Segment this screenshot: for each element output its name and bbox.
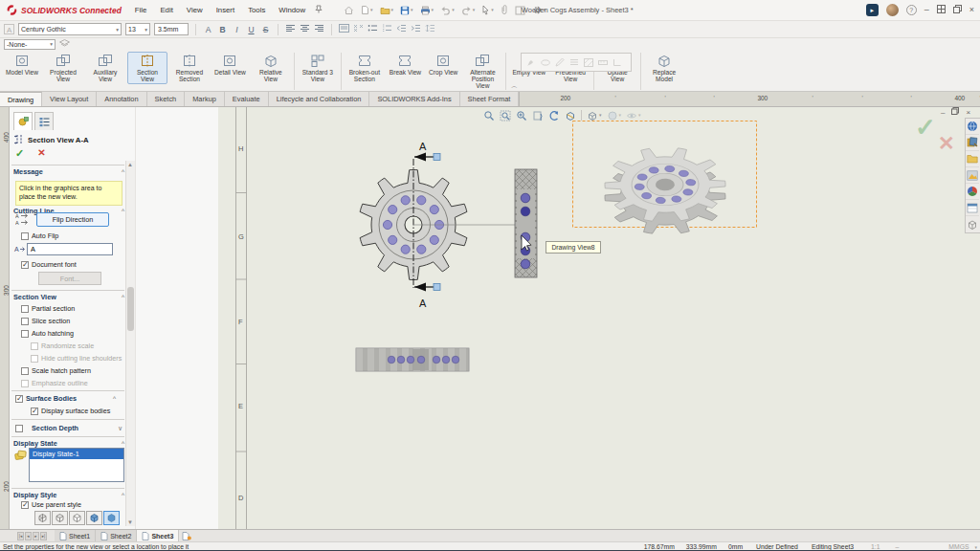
menu-insert[interactable]: Insert — [216, 6, 235, 14]
add-sheet-button[interactable] — [179, 530, 194, 541]
scroll-down-arrow[interactable]: ▼ — [127, 519, 133, 525]
ribbon-button-projected-view[interactable]: Projected View — [43, 52, 83, 84]
line-weight-icon[interactable] — [569, 58, 579, 66]
drawing-sheet[interactable]: H G F E D — [218, 107, 980, 529]
tab-lifecycle-collaboration[interactable]: Lifecycle and Collaboration — [269, 92, 370, 106]
number-list-icon[interactable] — [382, 24, 392, 34]
ribbon-button-standard-3-view[interactable]: Standard 3 View — [298, 52, 338, 84]
tab-annotation[interactable]: Annotation — [97, 92, 146, 106]
align-left-icon[interactable] — [285, 24, 296, 34]
status-units[interactable]: MMGS — [948, 543, 969, 550]
shaded-style-button[interactable] — [103, 511, 120, 525]
bullet-list-icon[interactable] — [368, 24, 378, 34]
undo-dropdown-caret[interactable]: ▾ — [452, 8, 455, 12]
undo-button[interactable]: ▾ — [440, 6, 455, 15]
font-button[interactable]: Font... — [38, 272, 101, 285]
ribbon-button-relative-view[interactable]: Relative View — [251, 52, 291, 84]
new-document-button[interactable]: ▾ — [361, 5, 373, 15]
rotate-view-icon[interactable] — [532, 110, 544, 121]
tab-sketch[interactable]: Sketch — [147, 92, 186, 106]
document-manager-button[interactable] — [966, 216, 979, 232]
pin-menu-icon[interactable] — [315, 5, 323, 15]
redo-dropdown-caret[interactable]: ▾ — [473, 8, 476, 12]
justify-icon[interactable] — [339, 24, 349, 34]
appearances-button[interactable] — [966, 184, 979, 200]
doc-close-button[interactable]: × — [966, 108, 970, 117]
home-button[interactable] — [344, 5, 354, 15]
view-palette-button[interactable] — [966, 167, 979, 184]
underline-button[interactable]: U — [246, 25, 256, 34]
eraser-icon[interactable] — [541, 59, 550, 66]
new-dropdown-caret[interactable]: ▾ — [370, 8, 373, 12]
menu-tools[interactable]: Tools — [248, 6, 265, 14]
tab-view-layout[interactable]: View Layout — [42, 92, 97, 106]
ribbon-button-replace-model[interactable]: Replace Model — [644, 52, 684, 84]
ribbon-button-removed-section[interactable]: Removed Section — [169, 52, 210, 84]
redo-button[interactable]: ▾ — [461, 6, 476, 15]
ribbon-button-detail-view[interactable]: Detail View — [212, 52, 249, 77]
save-dropdown-caret[interactable]: ▾ — [411, 8, 413, 12]
confirm-check-mark[interactable]: ✓ — [915, 113, 936, 143]
zoom-to-area-icon[interactable] — [500, 110, 511, 121]
tab-sheet1[interactable]: Sheet1 — [55, 530, 96, 541]
attachment-button[interactable] — [501, 5, 508, 15]
menu-file[interactable]: File — [135, 6, 147, 14]
auto-flip-checkbox[interactable]: Auto Flip — [21, 231, 58, 240]
minimize-button[interactable]: – — [924, 6, 929, 14]
shaded-with-edges-style-button[interactable] — [86, 511, 102, 525]
user-avatar[interactable] — [886, 4, 899, 16]
next-sheet-button[interactable]: ▸ — [33, 532, 39, 540]
ok-check-button[interactable]: ✓ — [15, 147, 24, 160]
save-button[interactable]: ▾ — [400, 6, 413, 15]
doc-restore-button[interactable] — [951, 107, 959, 117]
auto-hatching-checkbox[interactable]: Auto hatching — [21, 329, 74, 338]
section-depth-group-checkbox[interactable]: Section Depthv — [15, 424, 122, 432]
graphics-area[interactable]: H G F E D — [218, 107, 980, 529]
text-height-field[interactable] — [154, 23, 189, 35]
ruler-icon[interactable] — [598, 58, 608, 67]
zoom-in-out-icon[interactable] — [516, 110, 527, 121]
isometric-gear-view[interactable] — [597, 143, 733, 239]
group-header-display-style[interactable]: Display Style^ — [13, 491, 124, 499]
scrollbar-thumb[interactable] — [127, 287, 134, 331]
cancel-x-button[interactable]: ✕ — [37, 147, 45, 160]
zoom-to-fit-icon[interactable] — [483, 110, 495, 121]
close-button[interactable]: × — [969, 6, 974, 14]
select-dropdown-caret[interactable]: ▾ — [491, 8, 494, 12]
units-dropdown-caret[interactable]: ▾ — [974, 544, 977, 550]
align-right-icon[interactable] — [314, 24, 324, 34]
layer-combo[interactable]: -None-▾ — [4, 39, 56, 50]
flip-direction-button[interactable]: Flip Direction — [36, 212, 109, 227]
document-font-checkbox[interactable]: Document font — [21, 260, 77, 269]
last-sheet-button[interactable]: ▸| — [40, 532, 47, 540]
ribbon-button-auxiliary-view[interactable]: Auxiliary View — [85, 52, 125, 84]
select-button[interactable]: ▾ — [481, 5, 494, 15]
top-strip-view[interactable] — [356, 348, 469, 371]
open-button[interactable]: ▾ — [380, 6, 394, 15]
file-explorer-button[interactable] — [966, 151, 979, 167]
expand-chevron[interactable]: v — [119, 425, 122, 431]
ribbon-button-model-view[interactable]: Model View — [3, 52, 41, 77]
hatch-pattern-icon[interactable] — [584, 58, 593, 67]
font-size-combo[interactable]: 13▾ — [125, 23, 150, 35]
prev-sheet-button[interactable]: ◂ — [25, 532, 32, 540]
scroll-up-arrow[interactable]: ▲ — [127, 162, 133, 167]
tab-drawing[interactable]: Drawing — [0, 92, 42, 106]
outdent-icon[interactable] — [396, 24, 407, 34]
line-spacing-icon[interactable] — [425, 24, 435, 34]
restore-button[interactable] — [953, 5, 962, 15]
ribbon-button-broken-out-section[interactable]: Broken-out Section — [345, 52, 385, 84]
tab-solidworks-add-ins[interactable]: SOLIDWORKS Add-Ins — [369, 92, 459, 106]
hide-show-items-button[interactable]: ▾ — [626, 110, 641, 121]
first-sheet-button[interactable]: |◂ — [17, 532, 24, 540]
ribbon-collapse-chevron[interactable]: ︿ — [511, 81, 518, 91]
drag-grip[interactable] — [434, 284, 440, 291]
group-header-display-state[interactable]: Display State^ — [13, 439, 124, 448]
wireframe-style-button[interactable] — [34, 511, 51, 525]
partial-section-checkbox[interactable]: Partial section — [21, 304, 75, 313]
strikethrough-button[interactable]: S — [260, 25, 271, 34]
design-library-button[interactable] — [966, 135, 979, 151]
app-launcher-icon[interactable]: ▸ — [866, 4, 879, 16]
solidworks-resources-button[interactable] — [966, 119, 979, 135]
pattern-icon[interactable] — [353, 24, 364, 34]
